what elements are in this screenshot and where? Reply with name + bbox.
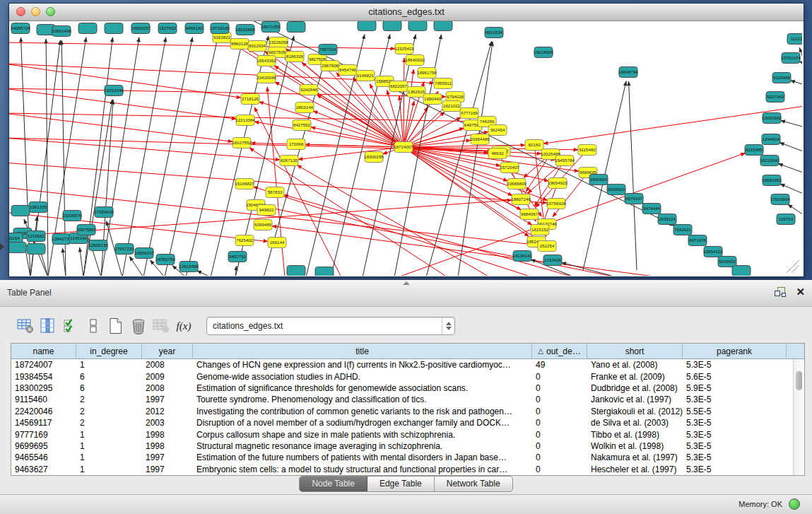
network-node[interactable]: 10654112: [703, 247, 723, 257]
table-selector-dropdown[interactable]: citations_edges.txt: [206, 317, 455, 335]
tab-edge-table[interactable]: Edge Table: [367, 477, 435, 491]
table-row[interactable]: 911546021997Tourette syndrome. Phenomeno…: [11, 394, 804, 405]
tab-node-table[interactable]: Node Table: [300, 477, 367, 491]
network-node[interactable]: 8938923: [607, 185, 625, 195]
network-node[interactable]: 8427552: [293, 120, 311, 131]
network-node[interactable]: 7955812: [434, 78, 452, 89]
column-header-pagerank[interactable]: pagerank: [683, 344, 787, 358]
network-node[interactable]: 1990443: [423, 94, 442, 105]
delete-button[interactable]: [129, 316, 148, 336]
network-node[interactable]: 18107552: [232, 138, 252, 148]
network-node[interactable]: 8912934: [248, 41, 266, 52]
network-node[interactable]: 12093582: [762, 113, 782, 124]
network-node[interactable]: 1951335: [29, 202, 47, 213]
network-node[interactable]: 16543362: [257, 56, 276, 66]
network-node[interactable]: [732, 266, 751, 276]
network-node[interactable]: 8813034: [485, 28, 503, 38]
network-edge[interactable]: [186, 39, 243, 276]
network-node[interactable]: 2967608: [321, 61, 339, 71]
network-edge[interactable]: [80, 247, 83, 276]
table-row[interactable]: 1456911722003Disruption of a novel membe…: [11, 417, 804, 428]
network-node[interactable]: [358, 21, 376, 31]
network-node[interactable]: 9684067: [520, 209, 539, 220]
network-node[interactable]: 949822: [257, 205, 276, 216]
network-node[interactable]: 116753: [777, 214, 795, 225]
network-node[interactable]: [9, 243, 26, 253]
network-node[interactable]: [287, 22, 305, 33]
network-node[interactable]: 9115460: [578, 145, 596, 156]
network-edge[interactable]: [254, 122, 404, 147]
network-node[interactable]: 8454749: [339, 65, 357, 76]
scrollbar-thumb[interactable]: [796, 371, 802, 390]
network-edge[interactable]: [101, 37, 139, 276]
column-header-title[interactable]: title: [193, 344, 532, 358]
network-node[interactable]: 16033809: [235, 25, 255, 35]
network-node[interactable]: 24055724: [11, 23, 30, 34]
new-document-button[interactable]: [106, 316, 126, 336]
network-node[interactable]: 16648794: [618, 67, 638, 78]
network-node[interactable]: 8471676: [688, 235, 707, 246]
network-node[interactable]: 362454: [488, 125, 507, 136]
network-node[interactable]: 13942737: [52, 234, 71, 245]
close-window-button[interactable]: [16, 7, 25, 16]
select-rows-button[interactable]: [61, 316, 81, 336]
network-node[interactable]: 15166827: [235, 179, 254, 189]
network-node[interactable]: 48632: [488, 148, 507, 159]
network-node[interactable]: 16782759: [155, 255, 175, 265]
network-node[interactable]: 17957233: [114, 244, 134, 255]
network-node[interactable]: 15692951: [762, 175, 782, 186]
network-edge[interactable]: [122, 37, 166, 276]
network-node[interactable]: 7832621: [673, 225, 692, 235]
network-node[interactable]: [287, 266, 305, 276]
network-node[interactable]: 1215682: [27, 231, 45, 242]
function-builder-button[interactable]: f(x): [174, 316, 194, 336]
network-edge[interactable]: [790, 81, 802, 85]
network-node[interactable]: 8215955: [745, 145, 763, 156]
network-edge[interactable]: [275, 82, 404, 147]
network-node[interactable]: 17359928: [94, 207, 114, 218]
network-node[interactable]: 1615152: [531, 225, 549, 235]
table-row[interactable]: 946554611997Estimation of the future num…: [11, 452, 804, 463]
network-node[interactable]: 252254: [538, 241, 556, 252]
network-node[interactable]: 1527602: [158, 23, 177, 34]
network-node[interactable]: [408, 21, 427, 31]
network-node[interactable]: 9242848: [300, 85, 318, 95]
network-node[interactable]: 16961758: [417, 68, 437, 78]
network-node[interactable]: 11123: [787, 34, 802, 45]
close-panel-button[interactable]: ✕: [796, 286, 805, 298]
network-node[interactable]: 10958107: [134, 248, 154, 259]
network-node[interactable]: 7857224: [319, 45, 337, 55]
network-edge[interactable]: [313, 111, 404, 147]
network-node[interactable]: 1362615: [407, 87, 425, 98]
table-header-row[interactable]: namein_degreeyeartitle△out_de…shortpager…: [11, 344, 804, 359]
network-window-titlebar[interactable]: citations_edges.txt: [9, 4, 804, 21]
network-node[interactable]: 10756928: [546, 199, 566, 209]
network-node[interactable]: 6099489: [254, 220, 272, 230]
panel-collapse-arrow-icon[interactable]: [0, 243, 4, 250]
table-row[interactable]: 2242004622012Investigating the contribut…: [11, 406, 804, 417]
network-edge[interactable]: [129, 257, 143, 276]
network-node[interactable]: 9146821: [356, 71, 375, 81]
network-node[interactable]: 12213384: [235, 115, 255, 126]
network-node[interactable]: 9129966: [772, 73, 791, 83]
tab-network-table[interactable]: Network Table: [435, 477, 512, 491]
split-pane-handle-icon[interactable]: [403, 281, 410, 285]
table-body[interactable]: 1872400712008Changes of HCN gene express…: [11, 359, 804, 475]
network-node[interactable]: [434, 21, 452, 31]
network-node[interactable]: 8466160: [185, 23, 204, 34]
network-node[interactable]: 8267130: [280, 156, 298, 166]
network-node[interactable]: [383, 21, 401, 31]
table-row[interactable]: 977716911998Corpus callosum shape and si…: [11, 428, 804, 440]
network-edge[interactable]: [143, 37, 192, 276]
network-node[interactable]: 7625402: [235, 235, 254, 246]
table-row[interactable]: 1938455462009Genome-wide association stu…: [11, 370, 804, 382]
network-node[interactable]: 1733426: [543, 255, 562, 266]
network-node[interactable]: [27, 244, 45, 255]
resize-grip-icon[interactable]: [787, 260, 799, 273]
column-header-short[interactable]: short: [587, 344, 683, 358]
network-node[interactable]: 10688809: [507, 179, 526, 189]
network-node[interactable]: 18640910: [405, 55, 425, 66]
network-edge[interactable]: [404, 147, 548, 200]
network-node[interactable]: 22420046: [257, 73, 276, 83]
network-node[interactable]: 19495784: [555, 156, 575, 166]
